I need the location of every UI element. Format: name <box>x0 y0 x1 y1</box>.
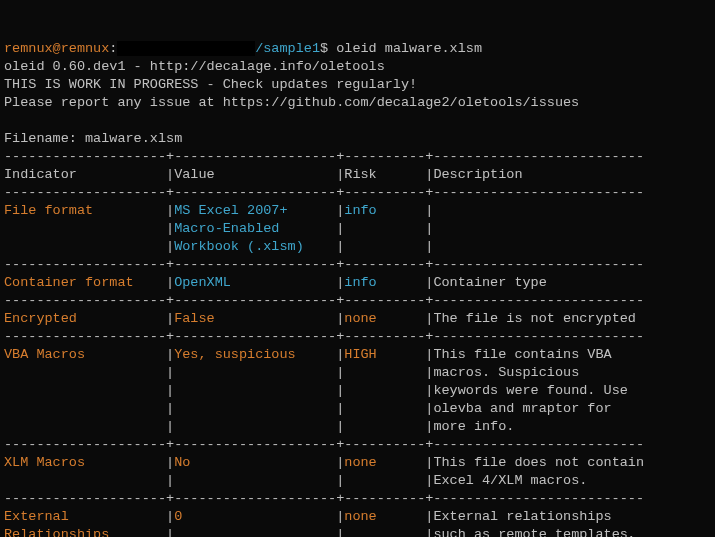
row-cont <box>174 383 336 398</box>
row-cont <box>344 473 425 488</box>
row-cont <box>174 419 336 434</box>
col-indicator: Indicator <box>4 167 166 182</box>
row-cont: macros. Suspicious <box>433 365 644 380</box>
prompt-user: remnux <box>4 41 53 56</box>
row-vba-indicator: VBA Macros <box>4 347 166 362</box>
row-cont <box>174 473 336 488</box>
row-xlm-value: No <box>174 455 336 470</box>
redacted-path <box>117 41 255 56</box>
col-value: Value <box>174 167 336 182</box>
row-cont <box>344 365 425 380</box>
row-cont <box>433 221 644 236</box>
prompt-dollar: $ <box>320 41 336 56</box>
separator-line: --------------------+-------------------… <box>4 185 644 200</box>
row-cont <box>433 239 644 254</box>
row-encrypted-desc: The file is not encrypted <box>433 311 644 326</box>
col-description: Description <box>433 167 522 182</box>
row-file-format-desc <box>433 203 644 218</box>
command-text: oleid malware.xlsm <box>336 41 482 56</box>
row-external-risk: none <box>344 509 425 524</box>
row-cont <box>344 401 425 416</box>
row-container-value: OpenXML <box>174 275 336 290</box>
pipe: | <box>166 365 174 380</box>
row-cont <box>4 221 166 236</box>
row-container-desc: Container type <box>433 275 644 290</box>
pipe: | <box>166 239 174 254</box>
row-cont: Macro-Enabled <box>174 221 336 236</box>
row-external-indicator-2: Relationships <box>4 527 166 537</box>
pipe: | <box>166 221 174 236</box>
row-xlm-indicator: XLM Macros <box>4 455 166 470</box>
banner-line-1: oleid 0.60.dev1 - http://decalage.info/o… <box>4 59 385 74</box>
row-xlm-desc: This file does not contain <box>433 455 644 470</box>
row-file-format-value: MS Excel 2007+ <box>174 203 336 218</box>
row-cont <box>4 473 166 488</box>
pipe: | <box>166 527 174 537</box>
separator-line: --------------------+-------------------… <box>4 149 644 164</box>
row-encrypted-risk: none <box>344 311 425 326</box>
row-cont <box>4 401 166 416</box>
row-external-value: 0 <box>174 509 336 524</box>
row-encrypted-value: False <box>174 311 336 326</box>
row-external-indicator: External <box>4 509 166 524</box>
row-vba-risk: HIGH <box>344 347 425 362</box>
row-cont <box>174 401 336 416</box>
row-external-desc: External relationships <box>433 509 644 524</box>
separator-line: --------------------+-------------------… <box>4 293 644 308</box>
row-cont <box>4 365 166 380</box>
pipe: | <box>166 509 174 524</box>
pipe: | <box>166 311 174 326</box>
banner-line-3: Please report any issue at https://githu… <box>4 95 579 110</box>
row-cont: olevba and mraptor for <box>433 401 644 416</box>
row-cont <box>4 239 166 254</box>
pipe: | <box>166 167 174 182</box>
pipe: | <box>166 275 174 290</box>
row-vba-value: Yes, suspicious <box>174 347 336 362</box>
separator-line: --------------------+-------------------… <box>4 257 644 272</box>
row-xlm-risk: none <box>344 455 425 470</box>
row-encrypted-indicator: Encrypted <box>4 311 166 326</box>
row-cont <box>344 527 425 537</box>
prompt-host: remnux <box>61 41 110 56</box>
row-cont <box>174 527 336 537</box>
pipe: | <box>166 473 174 488</box>
pipe: | <box>166 203 174 218</box>
pipe: | <box>166 401 174 416</box>
row-vba-desc: This file contains VBA <box>433 347 644 362</box>
row-cont: keywords were found. Use <box>433 383 644 398</box>
row-cont: more info. <box>433 419 644 434</box>
row-cont <box>4 419 166 434</box>
separator-line: --------------------+-------------------… <box>4 491 644 506</box>
row-cont <box>344 239 425 254</box>
banner-line-2: THIS IS WORK IN PROGRESS - Check updates… <box>4 77 417 92</box>
separator-line: --------------------+-------------------… <box>4 329 644 344</box>
pipe: | <box>166 383 174 398</box>
pipe: | <box>166 419 174 434</box>
row-cont <box>344 221 425 236</box>
separator-line: --------------------+-------------------… <box>4 437 644 452</box>
pipe: | <box>166 455 174 470</box>
filename-line: Filename: malware.xlsm <box>4 131 182 146</box>
prompt-at: @ <box>53 41 61 56</box>
row-cont: Excel 4/XLM macros. <box>433 473 644 488</box>
row-cont <box>344 419 425 434</box>
terminal-output: remnux@remnux: /sample1$ oleid malware.x… <box>4 41 644 537</box>
row-cont <box>174 365 336 380</box>
pipe: | <box>166 347 174 362</box>
row-cont <box>344 383 425 398</box>
row-file-format-risk: info <box>344 203 425 218</box>
row-file-format-indicator: File format <box>4 203 166 218</box>
col-risk: Risk <box>344 167 425 182</box>
prompt-path: /sample1 <box>255 41 320 56</box>
row-cont: such as remote templates, <box>433 527 644 537</box>
row-cont: Workbook (.xlsm) <box>174 239 336 254</box>
row-container-risk: info <box>344 275 425 290</box>
row-cont <box>4 383 166 398</box>
row-container-indicator: Container format <box>4 275 166 290</box>
